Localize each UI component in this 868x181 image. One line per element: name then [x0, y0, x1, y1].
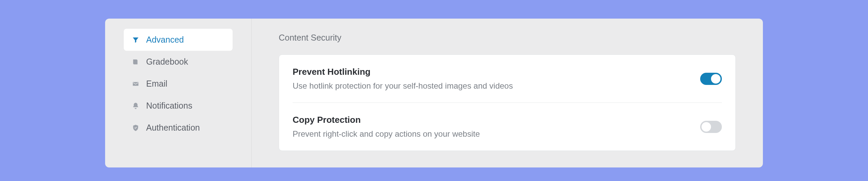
sidebar: Advanced Gradebook Email Notifications A [105, 19, 252, 167]
sidebar-item-advanced[interactable]: Advanced [124, 29, 233, 51]
email-icon [132, 80, 139, 88]
toggle-copy-protection[interactable] [700, 121, 722, 133]
setting-row-prevent-hotlinking: Prevent Hotlinking Use hotlink protectio… [293, 55, 722, 103]
bell-icon [132, 102, 139, 110]
shield-icon [132, 124, 139, 132]
sidebar-item-label: Email [146, 79, 167, 89]
sidebar-item-label: Authentication [146, 123, 200, 133]
filter-icon [132, 36, 139, 44]
toggle-knob [711, 74, 721, 84]
settings-card: Prevent Hotlinking Use hotlink protectio… [279, 54, 736, 151]
sidebar-item-label: Notifications [146, 101, 192, 111]
gradebook-icon [132, 58, 139, 66]
setting-name: Copy Protection [293, 115, 700, 125]
toggle-knob [702, 122, 711, 132]
main-content: Content Security Prevent Hotlinking Use … [252, 19, 763, 167]
toggle-prevent-hotlinking[interactable] [700, 73, 722, 85]
sidebar-item-gradebook[interactable]: Gradebook [124, 51, 233, 73]
sidebar-item-label: Advanced [146, 35, 184, 45]
sidebar-item-notifications[interactable]: Notifications [124, 95, 233, 117]
setting-name: Prevent Hotlinking [293, 67, 700, 77]
sidebar-item-label: Gradebook [146, 57, 188, 67]
setting-text: Copy Protection Prevent right-click and … [293, 115, 700, 139]
section-title: Content Security [279, 33, 736, 43]
setting-row-copy-protection: Copy Protection Prevent right-click and … [293, 103, 722, 151]
setting-description: Use hotlink protection for your self-hos… [293, 81, 700, 91]
setting-description: Prevent right-click and copy actions on … [293, 129, 700, 139]
settings-panel: Advanced Gradebook Email Notifications A [105, 19, 763, 167]
sidebar-item-authentication[interactable]: Authentication [124, 117, 233, 139]
sidebar-item-email[interactable]: Email [124, 73, 233, 95]
setting-text: Prevent Hotlinking Use hotlink protectio… [293, 67, 700, 91]
